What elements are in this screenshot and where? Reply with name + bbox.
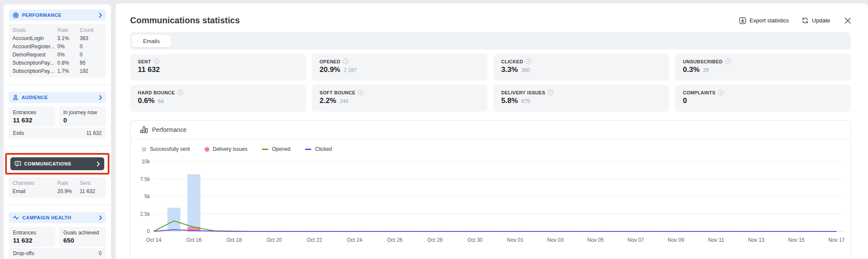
dropoffs-value: 0 bbox=[99, 250, 102, 256]
legend-label: Delivery issues bbox=[213, 146, 248, 152]
goal-name: SubscriptionPay... bbox=[12, 67, 57, 75]
goals-achieved-label: Goals achieved bbox=[63, 230, 102, 236]
goal-rate: 0% bbox=[57, 43, 80, 51]
stat-count: 29 bbox=[703, 67, 709, 73]
svg-text:7.5k: 7.5k bbox=[140, 176, 150, 182]
col-goals: Goals bbox=[12, 26, 57, 34]
chevron-right-icon bbox=[99, 13, 102, 18]
goal-name: AccountRegister... bbox=[12, 43, 57, 51]
info-icon[interactable] bbox=[548, 90, 554, 95]
in-journey-cell: In journey now 0 bbox=[59, 106, 106, 127]
stat-count: 2 287 bbox=[344, 67, 357, 73]
sidebar-item-performance[interactable]: PERFORMANCE bbox=[9, 9, 106, 21]
sidebar-item-campaign-health[interactable]: CAMPAIGN HEALTH bbox=[9, 212, 106, 223]
svg-text:Oct 26: Oct 26 bbox=[387, 237, 403, 243]
tab-emails[interactable]: Emails bbox=[132, 35, 171, 47]
stat-card-opened: OPENED 20.9%2 287 bbox=[312, 54, 488, 81]
info-icon[interactable] bbox=[718, 90, 724, 95]
channel-rate: 20.9% bbox=[57, 187, 80, 196]
audience-label: AUDIENCE bbox=[22, 95, 96, 100]
bar-chart-icon bbox=[140, 126, 148, 133]
svg-text:Oct 16: Oct 16 bbox=[187, 237, 202, 243]
person-icon bbox=[12, 94, 19, 100]
table-row: SubscriptionPay... 1.7% 192 bbox=[12, 67, 102, 75]
stat-label: DELIVERY ISSUES bbox=[501, 90, 545, 95]
chevron-right-icon bbox=[99, 215, 102, 220]
stat-label: CLICKED bbox=[501, 59, 523, 64]
col-count: Count bbox=[80, 26, 102, 34]
legend-item-clicked[interactable]: Clicked bbox=[305, 146, 332, 152]
stat-card-clicked: CLICKED 3.3%360 bbox=[494, 54, 669, 81]
svg-text:Nov 17: Nov 17 bbox=[828, 237, 845, 243]
goal-rate: 1.7% bbox=[57, 67, 80, 75]
stat-label: UNSUBSCRIBED bbox=[683, 59, 722, 64]
performance-chart[interactable]: 02.5k5k7.5k10kOct 14Oct 16Oct 18Oct 20Oc… bbox=[131, 154, 850, 256]
exits-value: 11 632 bbox=[86, 130, 102, 136]
ch-entrances-label: Entrances bbox=[13, 230, 51, 236]
export-statistics-button[interactable]: Export statistics bbox=[739, 17, 789, 24]
stat-value: 2.2% bbox=[320, 97, 336, 105]
svg-text:Nov 13: Nov 13 bbox=[748, 237, 765, 243]
communications-label: COMMUNICATIONS bbox=[24, 161, 94, 166]
legend-label: Clicked bbox=[315, 146, 332, 152]
svg-text:Oct 30: Oct 30 bbox=[467, 237, 483, 243]
stat-value: 20.9% bbox=[320, 66, 340, 74]
close-icon[interactable] bbox=[845, 18, 851, 24]
info-icon[interactable] bbox=[526, 59, 532, 64]
info-icon[interactable] bbox=[725, 59, 731, 64]
table-row: Email 20.9% 11 632 bbox=[12, 187, 102, 196]
legend-item-delivery-issues[interactable]: Delivery issues bbox=[205, 146, 248, 152]
exits-label: Exits bbox=[13, 130, 24, 136]
chart-legend: Successfully sent Delivery issues Opened… bbox=[131, 139, 850, 154]
in-journey-value: 0 bbox=[63, 116, 102, 124]
stat-label: HARD BOUNCE bbox=[138, 90, 175, 95]
goal-name: DemoRequest bbox=[12, 51, 57, 59]
channels-table: Channels Rate Sent Email 20.9% 11 632 bbox=[9, 177, 106, 198]
pulse-icon bbox=[12, 215, 19, 220]
table-row: DemoRequest 0% 0 bbox=[12, 51, 102, 59]
stats-grid: SENT 11 632 OPENED 20.9%2 287 CLICKED 3.… bbox=[130, 54, 851, 112]
info-icon[interactable] bbox=[358, 90, 364, 95]
chevron-right-icon bbox=[99, 95, 102, 100]
goal-icon bbox=[12, 12, 19, 19]
goals-table: Goals Rate Count AccountLogin 3.1% 363 A… bbox=[9, 24, 106, 78]
svg-text:Nov 05: Nov 05 bbox=[588, 237, 604, 243]
info-icon[interactable] bbox=[343, 59, 348, 64]
channel-tabbar: Emails bbox=[130, 32, 851, 50]
table-row: AccountLogin 3.1% 363 bbox=[12, 34, 102, 43]
legend-swatch bbox=[262, 149, 268, 150]
legend-swatch bbox=[205, 147, 209, 152]
goal-rate: 0% bbox=[57, 51, 80, 59]
chevron-right-icon bbox=[97, 162, 100, 166]
dropoffs-label: Drop-offs bbox=[13, 250, 34, 256]
svg-text:Nov 03: Nov 03 bbox=[547, 237, 563, 243]
info-icon[interactable] bbox=[154, 59, 159, 64]
update-button[interactable]: Update bbox=[802, 17, 830, 24]
goals-table-header: Goals Rate Count bbox=[12, 26, 102, 34]
performance-panel: Performance Successfully sent Delivery i… bbox=[130, 120, 851, 259]
table-row: SubscriptionPay... 0.8% 95 bbox=[12, 59, 102, 67]
goal-count: 0 bbox=[80, 43, 102, 51]
stat-label: SOFT BOUNCE bbox=[320, 90, 355, 95]
svg-text:5k: 5k bbox=[144, 193, 150, 200]
divider bbox=[3, 84, 111, 85]
col-rate: Rate bbox=[57, 179, 80, 187]
exits-row: Exits 11 632 bbox=[9, 128, 106, 139]
col-channels: Channels bbox=[12, 179, 57, 187]
sidebar-item-audience[interactable]: AUDIENCE bbox=[9, 92, 106, 103]
legend-item-opened[interactable]: Opened bbox=[262, 146, 290, 152]
legend-item-successfully-sent[interactable]: Successfully sent bbox=[142, 146, 190, 152]
divider bbox=[3, 146, 111, 146]
stat-card-soft-bounce: SOFT BOUNCE 2.2%244 bbox=[312, 85, 488, 112]
divider bbox=[3, 205, 111, 205]
svg-text:Nov 09: Nov 09 bbox=[668, 237, 684, 243]
stat-value: 5.8% bbox=[501, 97, 518, 105]
entrances-label: Entrances bbox=[13, 109, 51, 115]
performance-label: PERFORMANCE bbox=[22, 12, 96, 18]
svg-text:Nov 11: Nov 11 bbox=[708, 237, 724, 243]
info-icon[interactable] bbox=[177, 90, 183, 95]
sidebar-item-communications[interactable]: COMMUNICATIONS bbox=[10, 157, 104, 170]
stat-label: OPENED bbox=[320, 59, 340, 64]
goal-rate: 3.1% bbox=[57, 34, 80, 43]
col-sent: Sent bbox=[80, 179, 102, 187]
